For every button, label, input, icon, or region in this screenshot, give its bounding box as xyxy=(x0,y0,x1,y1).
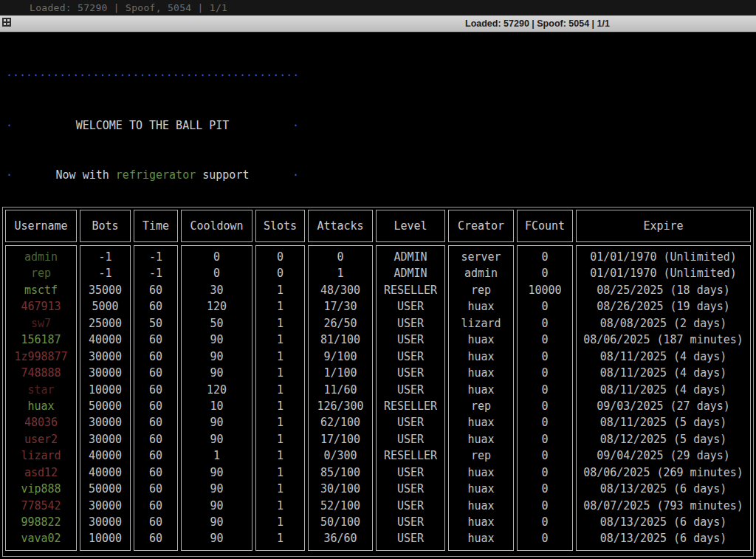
cell-level: USER xyxy=(377,365,444,381)
cell-expire: 08/26/2025 (19 days) xyxy=(577,298,750,315)
cell-cooldown: 120 xyxy=(182,298,252,315)
cell-expire: 08/13/2025 (6 days) xyxy=(577,481,750,497)
cell-fcount: 0 xyxy=(518,398,572,414)
cell-bots: 10000 xyxy=(80,530,130,546)
cell-bots: -1 xyxy=(80,249,130,265)
top-status-strip: Loaded: 57290 | Spoof, 5054 | 1/1 xyxy=(0,0,756,16)
cell-creator: huax xyxy=(449,481,513,497)
cell-bots: 40000 xyxy=(80,464,130,481)
cell-bots: 40000 xyxy=(80,332,130,348)
cell-slots: 1 xyxy=(256,530,304,546)
cell-bots: 5000 xyxy=(80,298,130,315)
cell-time: 60 xyxy=(134,514,177,530)
cell-attacks: 81/100 xyxy=(309,332,372,348)
cell-creator: server xyxy=(449,249,513,265)
cell-attacks: 17/30 xyxy=(309,298,372,315)
col-time: -1-160605060606060606060606060606060 xyxy=(134,245,178,551)
cell-level: USER xyxy=(377,298,444,315)
cell-username: msctf xyxy=(6,282,76,298)
cell-fcount: 0 xyxy=(518,298,572,315)
cell-slots: 1 xyxy=(256,332,304,348)
window-menu-icon[interactable]: ▾ xyxy=(2,18,15,30)
cell-time: 60 xyxy=(134,382,177,398)
cell-bots: 35000 xyxy=(80,282,130,298)
cell-time: 50 xyxy=(134,315,177,332)
cell-level: USER xyxy=(377,514,444,530)
cell-username: 778542 xyxy=(6,498,76,514)
banner-left-dot: · xyxy=(6,167,13,184)
cell-username: 48036 xyxy=(6,414,76,431)
cell-creator: huax xyxy=(449,498,513,514)
cell-level: USER xyxy=(377,349,444,365)
cell-username: asd12 xyxy=(6,464,76,481)
cell-slots: 1 xyxy=(256,298,304,315)
cell-creator: rep xyxy=(449,447,513,464)
cell-cooldown: 90 xyxy=(182,530,252,546)
cell-slots: 1 xyxy=(256,398,304,414)
cell-creator: rep xyxy=(449,282,513,298)
col-header-expire: Expire xyxy=(576,210,751,242)
cell-username: vava02 xyxy=(6,530,76,546)
chevron-down-icon: ▾ xyxy=(7,23,11,29)
cell-expire: 08/25/2025 (18 days) xyxy=(577,282,750,298)
cell-attacks: 17/100 xyxy=(309,431,372,447)
cell-fcount: 10000 xyxy=(518,282,572,298)
cell-attacks: 52/100 xyxy=(309,498,372,514)
cell-attacks: 85/100 xyxy=(309,464,372,481)
users-table-header: UsernameBotsTimeCooldownSlotsAttacksLeve… xyxy=(5,210,751,242)
cell-expire: 08/11/2025 (5 days) xyxy=(577,414,750,431)
cell-level: USER xyxy=(377,498,444,514)
cell-attacks: 11/60 xyxy=(309,382,372,398)
banner-right-dot: · xyxy=(292,117,299,134)
cell-attacks: 126/300 xyxy=(309,398,372,414)
col-expire: 01/01/1970 (Unlimited)01/01/1970 (Unlimi… xyxy=(576,245,751,551)
cell-fcount: 0 xyxy=(518,447,572,464)
cell-time: 60 xyxy=(134,431,177,447)
cell-fcount: 0 xyxy=(518,332,572,348)
window-titlebar: ▾ Loaded: 57290 | Spoof: 5054 | 1/1 xyxy=(0,16,756,32)
cell-bots: 30000 xyxy=(80,498,130,514)
cell-cooldown: 90 xyxy=(182,349,252,365)
cell-cooldown: 0 xyxy=(182,249,252,265)
cell-attacks: 9/100 xyxy=(309,349,372,365)
col-creator: serveradminrephuaxlizardhuaxhuaxhuaxhuax… xyxy=(448,245,514,551)
cell-time: 60 xyxy=(134,349,177,365)
cell-expire: 08/11/2025 (4 days) xyxy=(577,365,750,381)
cell-cooldown: 1 xyxy=(182,447,252,464)
cell-expire: 01/01/1970 (Unlimited) xyxy=(577,249,750,265)
users-table-body: adminrepmsctf467913sw71561871z9988777488… xyxy=(5,245,751,551)
cell-time: 60 xyxy=(134,464,177,481)
cell-username: lizard xyxy=(6,447,76,464)
cell-cooldown: 0 xyxy=(182,265,252,281)
cell-attacks: 30/100 xyxy=(309,481,372,497)
cell-bots: -1 xyxy=(80,265,130,281)
cell-fcount: 0 xyxy=(518,365,572,381)
cell-slots: 0 xyxy=(256,249,304,265)
cell-attacks: 36/60 xyxy=(309,530,372,546)
cell-level: ADMIN xyxy=(377,265,444,281)
banner-subtitle-line: · Now with refrigerator support · xyxy=(6,167,299,184)
cell-cooldown: 90 xyxy=(182,498,252,514)
cell-expire: 08/11/2025 (4 days) xyxy=(577,349,750,365)
cell-level: RESELLER xyxy=(377,398,444,414)
cell-username: huax xyxy=(6,398,76,414)
cell-creator: huax xyxy=(449,382,513,398)
banner-border-top: ········································… xyxy=(6,67,299,84)
cell-fcount: 0 xyxy=(518,530,572,546)
cell-level: USER xyxy=(377,530,444,546)
cell-expire: 08/13/2025 (6 days) xyxy=(577,530,750,546)
cell-fcount: 0 xyxy=(518,265,572,281)
cell-username: rep xyxy=(6,265,76,281)
cell-fcount: 0 xyxy=(518,481,572,497)
cell-cooldown: 10 xyxy=(182,398,252,414)
col-username: adminrepmsctf467913sw71561871z9988777488… xyxy=(5,245,77,551)
cell-attacks: 0 xyxy=(309,249,372,265)
cell-slots: 1 xyxy=(256,447,304,464)
cell-time: 60 xyxy=(134,447,177,464)
top-status-text: Loaded: 57290 | Spoof, 5054 | 1/1 xyxy=(30,2,227,13)
cell-time: 60 xyxy=(134,414,177,431)
cell-time: 60 xyxy=(134,481,177,497)
cell-slots: 1 xyxy=(256,349,304,365)
cell-username: user2 xyxy=(6,431,76,447)
banner-title-line: · WELCOME TO THE BALL PIT · xyxy=(6,117,299,134)
